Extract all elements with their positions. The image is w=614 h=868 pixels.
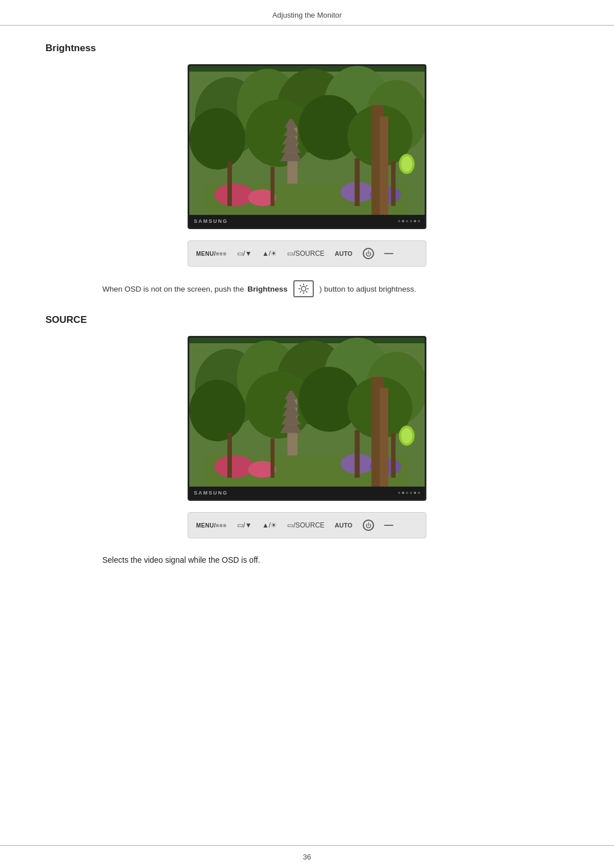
svg-point-23 xyxy=(401,156,413,172)
brightness-control-bar-wrapper: MENU/≡≡≡ ▭/▼ ▲/☀ ▭/SOURCE AUTO ⏻ — xyxy=(45,240,569,267)
power-button-2[interactable]: ⏻ xyxy=(363,520,374,531)
source-desc-text: Selects the video signal while the OSD i… xyxy=(102,555,260,564)
svg-rect-25 xyxy=(271,167,275,206)
source-description: Selects the video signal while the OSD i… xyxy=(102,555,569,564)
ctrl-btn2-2[interactable]: ▭/▼ xyxy=(237,521,252,529)
svg-rect-26 xyxy=(355,159,360,206)
svg-point-30 xyxy=(301,286,306,291)
svg-line-35 xyxy=(300,285,301,286)
brightness-description: When OSD is not on the screen, push the … xyxy=(102,280,569,297)
menu-button-1[interactable]: MENU/≡≡≡ xyxy=(196,251,227,257)
source-section: SOURCE xyxy=(45,314,569,564)
auto-button-1[interactable]: AUTO xyxy=(335,250,352,257)
dot6 xyxy=(418,220,420,222)
source-control-bar-wrapper: MENU/≡≡≡ ▭/▼ ▲/☀ ▭/SOURCE AUTO ⏻ — xyxy=(45,512,569,538)
brightness-control-bar: MENU/≡≡≡ ▭/▼ ▲/☀ ▭/SOURCE AUTO ⏻ — xyxy=(188,240,426,267)
power-button-1[interactable]: ⏻ xyxy=(363,248,374,259)
monitor-dots-1 xyxy=(398,220,420,222)
svg-point-45 xyxy=(189,380,246,441)
dot2-5 xyxy=(414,492,416,494)
svg-rect-27 xyxy=(391,161,396,206)
svg-rect-63 xyxy=(227,433,232,478)
svg-rect-68 xyxy=(380,388,388,489)
samsung-brand-2: SAMSUNG xyxy=(194,490,228,496)
dot1 xyxy=(398,220,400,222)
garden-scene-1 xyxy=(189,66,425,227)
ctrl-btn4-1[interactable]: ▭/SOURCE xyxy=(287,250,325,258)
svg-rect-64 xyxy=(271,438,275,477)
desc-post-1: ) button to adjust brightness. xyxy=(320,285,416,293)
svg-point-6 xyxy=(189,108,246,169)
samsung-brand-1: SAMSUNG xyxy=(194,218,228,224)
monitor-dots-2 xyxy=(398,492,420,494)
desc-pre-1: When OSD is not on the screen, push the xyxy=(102,285,244,293)
svg-line-37 xyxy=(306,285,307,286)
dot2 xyxy=(402,220,404,222)
page-number: 36 xyxy=(303,853,311,861)
garden-scene-2 xyxy=(189,338,425,499)
ctrl-btn3-1[interactable]: ▲/☀ xyxy=(262,250,277,258)
svg-rect-29 xyxy=(380,117,388,217)
source-title: SOURCE xyxy=(45,314,569,326)
source-monitor-screen: SAMSUNG xyxy=(188,336,426,501)
svg-point-62 xyxy=(401,428,413,444)
page-header: Adjusting the Monitor xyxy=(0,0,614,26)
dot2-3 xyxy=(406,492,408,494)
dot5 xyxy=(414,220,416,222)
page-container: Adjusting the Monitor Brightness xyxy=(0,0,614,868)
dash-2: — xyxy=(384,520,393,530)
dot2-6 xyxy=(418,492,420,494)
svg-rect-24 xyxy=(227,161,232,206)
brightness-monitor-screen: SAMSUNG xyxy=(188,64,426,229)
dot2-4 xyxy=(410,492,412,494)
header-title: Adjusting the Monitor xyxy=(272,11,342,19)
ctrl-btn3-2[interactable]: ▲/☀ xyxy=(262,521,277,529)
monitor-brand-bar-1: SAMSUNG xyxy=(189,215,425,227)
svg-line-36 xyxy=(306,291,307,292)
dot3 xyxy=(406,220,408,222)
page-content: Brightness xyxy=(0,26,614,845)
svg-point-57 xyxy=(214,455,254,477)
dot2-2 xyxy=(402,492,404,494)
page-footer: 36 xyxy=(0,845,614,868)
dash-1: — xyxy=(384,248,393,259)
brightness-title: Brightness xyxy=(45,43,569,54)
desc-bold-1: Brightness xyxy=(247,285,288,293)
svg-line-38 xyxy=(300,291,301,292)
svg-rect-66 xyxy=(391,433,396,478)
svg-point-18 xyxy=(214,184,254,206)
source-control-bar: MENU/≡≡≡ ▭/▼ ▲/☀ ▭/SOURCE AUTO ⏻ — xyxy=(188,512,426,538)
svg-rect-65 xyxy=(355,430,360,478)
dot2-1 xyxy=(398,492,400,494)
brightness-icon-box xyxy=(291,280,316,297)
brightness-svg xyxy=(297,283,310,295)
menu-button-2[interactable]: MENU/≡≡≡ xyxy=(196,522,227,529)
brightness-section: Brightness xyxy=(45,43,569,297)
brightness-monitor-wrapper: SAMSUNG xyxy=(45,64,569,229)
auto-button-2[interactable]: AUTO xyxy=(335,522,352,529)
dot4 xyxy=(410,220,412,222)
ctrl-btn4-2[interactable]: ▭/SOURCE xyxy=(287,521,325,529)
source-monitor-wrapper: SAMSUNG xyxy=(45,336,569,501)
ctrl-btn2-1[interactable]: ▭/▼ xyxy=(237,250,252,258)
brightness-icon xyxy=(293,280,314,297)
monitor-brand-bar-2: SAMSUNG xyxy=(189,487,425,499)
